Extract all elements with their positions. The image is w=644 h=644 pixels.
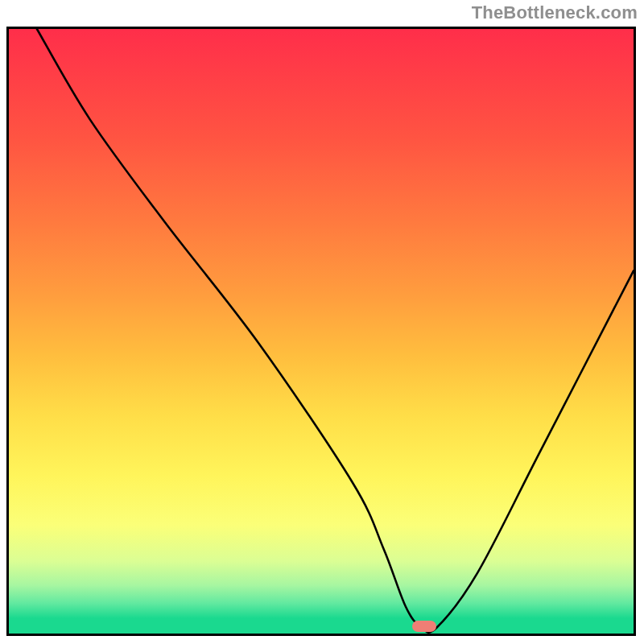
- plot-frame: [6, 27, 636, 636]
- optimal-marker: [412, 621, 436, 632]
- chart-container: TheBottleneck.com: [0, 0, 644, 644]
- watermark-label: TheBottleneck.com: [472, 4, 638, 22]
- plot-area: [9, 29, 634, 634]
- bottleneck-curve: [9, 29, 634, 634]
